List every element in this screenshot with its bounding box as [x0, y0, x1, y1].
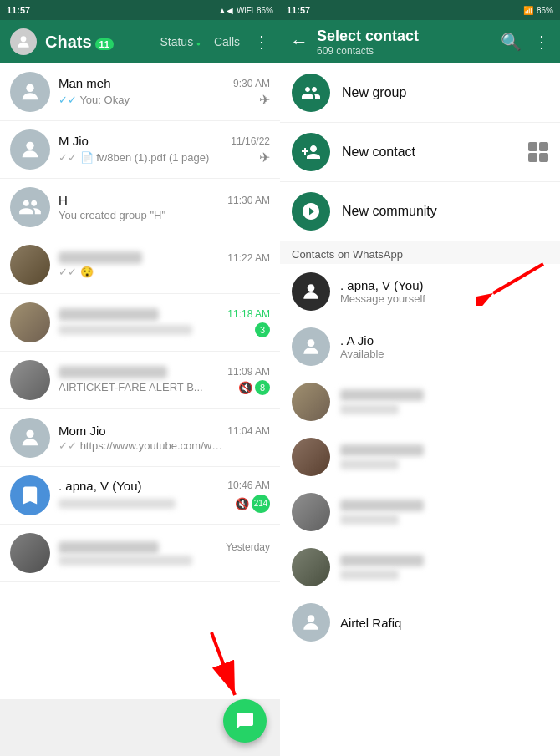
chat-info-airticket: 11:09 AM AIRTICKET-FARE ALERT B... 🔇 8 — [59, 366, 270, 395]
contacts-on-wa-section: Contacts on WhatsApp — [280, 241, 560, 264]
blurred-name-c2 — [340, 444, 424, 456]
right-battery: 86% — [537, 6, 553, 15]
unread-badge-3: 3 — [255, 322, 270, 337]
avatar-blurred-c2 — [292, 438, 330, 476]
new-group-item[interactable]: New group — [280, 63, 560, 123]
right-header: ← Select contact 609 contacts 🔍 ⋮ — [280, 20, 560, 63]
chat-item-blurred1[interactable]: 11:22 AM ✓✓ 😯 — [0, 236, 280, 294]
chat-name-man-meh: Man meh — [59, 76, 111, 90]
chat-preview-h-group: You created group "H" — [59, 209, 165, 221]
chat-preview-airticket: AIRTICKET-FARE ALERT B... — [59, 381, 203, 393]
new-contact-item[interactable]: New contact — [280, 123, 560, 182]
contact-info-a-jio: . A Jio Available — [340, 333, 548, 360]
blurred-status-c4 — [340, 570, 399, 580]
avatar-h-group — [10, 187, 50, 227]
more-options-icon-right[interactable]: ⋮ — [533, 32, 550, 52]
contact-blurred-c1[interactable] — [280, 374, 560, 429]
tab-calls[interactable]: Calls — [214, 35, 240, 48]
contact-status-a-jio: Available — [340, 348, 548, 360]
avatar-blurred-c1 — [292, 383, 330, 421]
svg-point-8 — [308, 284, 315, 292]
left-header: Chats11 Status ● Calls ⋮ — [0, 20, 280, 63]
contact-list: New group New contact New community Cont… — [280, 63, 560, 756]
chat-item-m-jio[interactable]: M Jio 11/16/22 ✓✓ 📄 fw8ben (1).pdf (1 pa… — [0, 121, 280, 179]
svg-point-1 — [26, 84, 33, 92]
profile-avatar[interactable] — [10, 28, 37, 55]
new-group-icon-circle — [292, 74, 330, 112]
contact-blurred-c3[interactable] — [280, 485, 560, 540]
contact-count: 609 contacts — [317, 45, 492, 57]
chat-info-m-jio: M Jio 11/16/22 ✓✓ 📄 fw8ben (1).pdf (1 pa… — [59, 134, 270, 165]
avatar-a-jio — [292, 327, 330, 366]
blurred-name-airticket — [59, 366, 167, 378]
contact-blurred-c4[interactable] — [280, 540, 560, 595]
apna-v-meta: 🔇 214 — [235, 495, 270, 513]
blurred-status-c1 — [340, 404, 399, 414]
right-status-icons: 📶 86% — [523, 6, 553, 15]
svg-point-12 — [308, 615, 315, 622]
chat-info-h-group: H 11:30 AM You created group "H" — [59, 193, 270, 221]
contact-a-jio[interactable]: . A Jio Available — [280, 319, 560, 374]
chat-item-airticket[interactable]: 11:09 AM AIRTICKET-FARE ALERT B... 🔇 8 — [0, 352, 280, 409]
new-group-label: New group — [342, 85, 406, 100]
chat-name-apna-v: . apna, V (You) — [59, 479, 142, 493]
search-icon[interactable]: 🔍 — [501, 32, 522, 52]
contact-apna-v-you[interactable]: . apna, V (You) Message yourself — [280, 264, 560, 319]
chat-time-blurred4: Yesterday — [226, 541, 270, 553]
blurred-preview2 — [59, 325, 192, 335]
chat-info-mom-jio: Mom Jio 11:04 AM ✓✓ https://www.youtube.… — [59, 424, 270, 452]
contact-info-blurred-c4 — [340, 555, 548, 580]
left-header-actions: Status ● Calls ⋮ — [160, 32, 270, 52]
chat-item-apna-v[interactable]: . apna, V (You) 10:46 AM 🔇 214 — [0, 467, 280, 525]
left-panel: 11:57 ▲◀ WiFi 86% Chats11 Status ● Calls… — [0, 0, 280, 756]
avatar-airtel-rafiq — [292, 603, 330, 642]
more-options-icon[interactable]: ⋮ — [253, 32, 270, 52]
muted-icon-apna-v: 🔇 — [235, 497, 249, 510]
chat-item-mom-jio[interactable]: Mom Jio 11:04 AM ✓✓ https://www.youtube.… — [0, 409, 280, 467]
left-time: 11:57 — [7, 5, 30, 15]
chat-item-man-meh[interactable]: Man meh 9:30 AM ✓✓ You: Okay ✈ — [0, 63, 280, 121]
contact-info-apna-v-you: . apna, V (You) Message yourself — [340, 278, 548, 305]
left-status-icons: ▲◀ WiFi 86% — [218, 6, 273, 15]
qr-icon — [528, 142, 548, 162]
left-battery: 86% — [257, 6, 273, 15]
tab-status[interactable]: Status ● — [160, 35, 200, 48]
blurred-preview4 — [59, 556, 192, 566]
chat-time-h-group: 11:30 AM — [227, 195, 270, 206]
avatar-apna-v-you — [292, 272, 330, 311]
fab-container — [0, 699, 280, 756]
contact-info-blurred-c3 — [340, 500, 548, 525]
new-community-label: New community — [342, 204, 437, 219]
chat-item-h-group[interactable]: H 11:30 AM You created group "H" — [0, 179, 280, 236]
select-contact-title: Select contact — [317, 28, 492, 45]
left-status-bar: 11:57 ▲◀ WiFi 86% — [0, 0, 280, 20]
chat-item-blurred2[interactable]: 11:18 AM 3 — [0, 294, 280, 352]
right-panel: 11:57 📶 86% ← Select contact 609 contact… — [280, 0, 560, 756]
chat-preview-man-meh: ✓✓ You: Okay — [59, 94, 130, 106]
contact-airtel-rafiq[interactable]: Airtel Rafiq — [280, 595, 560, 650]
chat-preview-mom-jio: ✓✓ https://www.youtube.com/watc... — [59, 439, 226, 452]
blurred-name-c4 — [340, 555, 424, 566]
new-contact-label: New contact — [342, 145, 415, 160]
unread-badge-214: 214 — [252, 495, 270, 513]
contact-name-apna-v-you: . apna, V (You) — [340, 278, 548, 292]
new-community-item[interactable]: New community — [280, 182, 560, 241]
chat-name-mom-jio: Mom Jio — [59, 424, 106, 438]
chat-time-airticket: 11:09 AM — [227, 366, 270, 378]
avatar-blurred4 — [10, 533, 50, 573]
svg-point-3 — [26, 430, 33, 438]
left-signal-icon: ▲◀ — [218, 6, 233, 15]
chat-list: Man meh 9:30 AM ✓✓ You: Okay ✈ M Ji — [0, 63, 280, 699]
new-chat-fab[interactable] — [223, 699, 267, 743]
blurred-name1 — [59, 251, 142, 264]
chats-title: Chats11 — [45, 33, 151, 52]
svg-point-2 — [26, 142, 33, 150]
chat-info-man-meh: Man meh 9:30 AM ✓✓ You: Okay ✈ — [59, 76, 270, 108]
apna-v-you-container: . apna, V (You) Message yourself — [280, 264, 560, 319]
contact-blurred-c2[interactable] — [280, 429, 560, 485]
right-header-icons: 🔍 ⋮ — [501, 32, 550, 52]
chat-time-man-meh: 9:30 AM — [233, 78, 270, 89]
chat-item-blurred4[interactable]: Yesterday — [0, 525, 280, 582]
back-button[interactable]: ← — [290, 31, 308, 53]
chat-name-h-group: H — [59, 193, 68, 207]
